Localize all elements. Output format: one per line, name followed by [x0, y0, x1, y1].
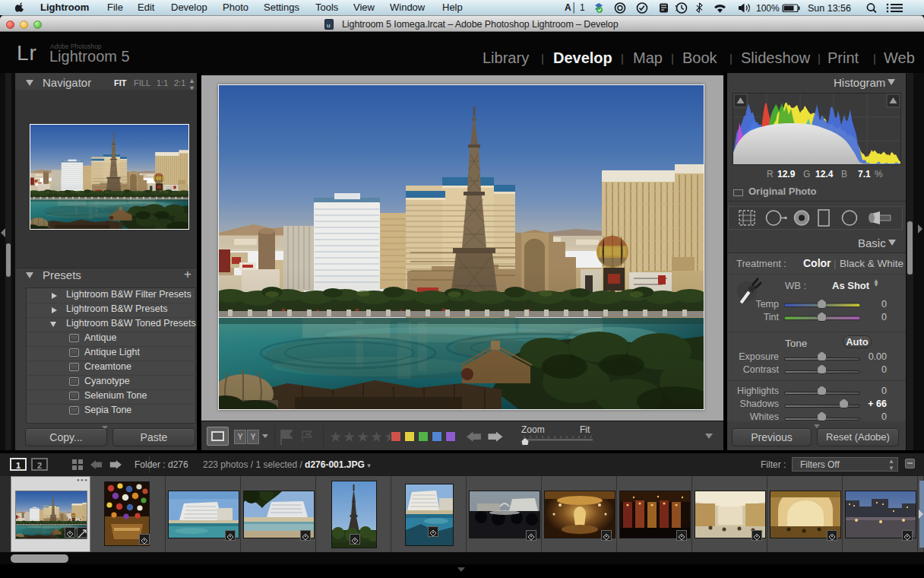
svg-text:u: u: [327, 22, 330, 29]
svg-text:Sun 13:56: Sun 13:56: [808, 3, 851, 14]
svg-text:100%: 100%: [756, 3, 780, 14]
